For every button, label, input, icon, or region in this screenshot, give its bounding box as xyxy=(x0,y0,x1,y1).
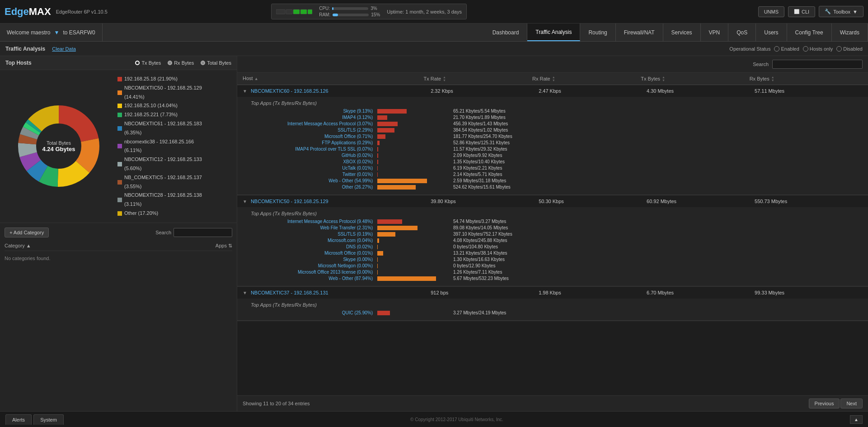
host-row-header[interactable]: ▼ NBCOMEXTIC60 - 192.168.25.126 2.32 Kbp… xyxy=(237,85,868,97)
host-rx-rate: 50.30 Kbps xyxy=(539,199,564,204)
disabled-radio[interactable]: Disabled xyxy=(836,46,863,52)
col-txrate-header[interactable]: Tx Rate ▲▼ xyxy=(424,76,532,82)
tab-vpn[interactable]: VPN xyxy=(701,24,729,41)
app-row: SSL/TLS (0.19%)397.10 Kbytes/752.17 Kbyt… xyxy=(251,232,854,237)
legend-color-9 xyxy=(117,198,122,202)
toolbox-chevron-icon: ▼ xyxy=(853,9,858,14)
tab-dashboard[interactable]: Dashboard xyxy=(484,24,528,41)
col-txbytes-header[interactable]: Tx Bytes ▲▼ xyxy=(641,76,749,82)
expand-icon[interactable]: ▼ xyxy=(243,290,247,295)
footer-chevron-button[interactable]: ▲ xyxy=(850,415,863,424)
host-tx-rate: 39.80 Kbps xyxy=(431,199,456,204)
app-row: Microsoft Office 2013 license (0.00%)1.2… xyxy=(251,270,854,275)
app-row: SSL/TLS (2.29%)384.54 Kbytes/1.02 Mbytes xyxy=(251,128,854,133)
disabled-radio-circle xyxy=(836,46,842,52)
table-row: ▼ NBCOMEXTIC50 - 192.168.25.129 39.80 Kb… xyxy=(237,195,868,287)
tab-config-tree[interactable]: Config Tree xyxy=(787,24,832,41)
host-rx-bytes: 550.73 Mbytes xyxy=(755,199,787,204)
legend-label-3: 192.168.25.10 (14.04%) xyxy=(124,101,178,110)
host-name: NBCOMEXTIC37 - 192.168.25.131 xyxy=(251,290,328,295)
next-button[interactable]: Next xyxy=(840,399,863,408)
app-row: QUIC (25.90%)3.27 Mbytes/24.19 Mbytes xyxy=(251,310,854,315)
col-rxrate-header[interactable]: Rx Rate ▲▼ xyxy=(532,76,641,82)
table-row: ▼ NBCOMEXTIC60 - 192.168.25.126 2.32 Kbp… xyxy=(237,85,868,195)
table-row: ▼ NBCOMEXTIC37 - 192.168.25.131 912 bps … xyxy=(237,287,868,321)
cpu-icon xyxy=(276,9,312,15)
expand-icon[interactable]: ▼ xyxy=(243,199,247,204)
legend-label-4: 192.168.25.221 (7.73%) xyxy=(124,110,178,119)
tab-traffic-analysis[interactable]: Traffic Analysis xyxy=(527,24,580,41)
showing-text: Showing 11 to 20 of 34 entries xyxy=(243,401,310,406)
expand-icon[interactable]: ▼ xyxy=(243,89,247,94)
app-row: Microsoft Netlogon (0.00%)0 bytes/12.90 … xyxy=(251,263,854,268)
hosts-only-label: Hosts only xyxy=(810,46,833,52)
footer-copyright: © Copyright 2012-2017 Ubiquiti Networks,… xyxy=(410,417,503,422)
disabled-label: Disabled xyxy=(843,46,863,52)
app-row: Internet Message Access Protocol (9.48%)… xyxy=(251,219,854,224)
tx-bytes-radio[interactable]: Tx Bytes xyxy=(135,60,161,66)
top-hosts-title: Top Hosts xyxy=(5,60,32,66)
uptime-value: 1 month, 2 weeks, 3 days xyxy=(405,9,462,14)
legend-color-7 xyxy=(117,162,122,166)
no-categories-message: No categories found. xyxy=(5,251,232,266)
legend-label-8: NB_COMEXTIC5 - 192.168.25.137(3.55%) xyxy=(124,173,202,191)
tab-firewall-nat[interactable]: Firewall/NAT xyxy=(616,24,663,41)
toolbox-button[interactable]: 🔧 Toolbox ▼ xyxy=(819,6,863,17)
cpu-value: 3% xyxy=(371,6,377,11)
legend-color-4 xyxy=(117,113,122,117)
app-row: IMAP4 Protocol over TLS SSL (0.07%)11.57… xyxy=(251,147,854,152)
legend-color-8 xyxy=(117,180,122,185)
app-row: Microsoft Office (0.71%)181.77 Kbytes/25… xyxy=(251,134,854,139)
logo: EdgeMAX xyxy=(5,6,51,18)
svg-rect-1 xyxy=(286,9,292,14)
rx-bytes-radio[interactable]: Rx Bytes xyxy=(168,60,194,66)
legend-item: NBCOMEXTIC12 - 192.168.25.133(5.60%) xyxy=(117,155,232,173)
tab-users[interactable]: Users xyxy=(756,24,787,41)
add-category-button[interactable]: + Add Category xyxy=(5,228,49,237)
col-category-header[interactable]: Category ▲ xyxy=(5,243,31,249)
previous-button[interactable]: Previous xyxy=(809,399,840,408)
enabled-radio[interactable]: Enabled xyxy=(774,46,799,52)
app-row: DNS (0.02%)0 bytes/104.80 Kbytes xyxy=(251,244,854,249)
enabled-radio-circle xyxy=(774,46,779,52)
legend-label-6: nbcomextic38 - 192.168.25.166(6.11%) xyxy=(124,138,194,156)
category-search-input[interactable] xyxy=(174,228,232,237)
alerts-tab[interactable]: Alerts xyxy=(5,414,32,425)
host-tx-rate: 912 bps xyxy=(431,290,448,295)
table-header: Host ▲ Tx Rate ▲▼ Rx Rate ▲▼ Tx Bytes ▲▼… xyxy=(237,73,868,85)
legend-color-5 xyxy=(117,126,122,131)
legend-color-1 xyxy=(117,77,122,81)
rxrate-sort-arrows: ▲▼ xyxy=(552,76,555,82)
tab-wizards[interactable]: Wizards xyxy=(832,24,868,41)
rxbytes-sort-arrows: ▲▼ xyxy=(771,76,774,82)
welcome-dropdown[interactable]: ▼ xyxy=(54,29,59,36)
host-row-header[interactable]: ▼ NBCOMEXTIC50 - 192.168.25.129 39.80 Kb… xyxy=(237,195,868,207)
col-rxbytes-header[interactable]: Rx Bytes ▲▼ xyxy=(750,76,858,82)
system-tab[interactable]: System xyxy=(33,414,64,425)
app-row: Microsoft Office (0.01%)13.21 Kbytes/38.… xyxy=(251,251,854,256)
app-row: Internet Message Access Protocol (3.07%)… xyxy=(251,121,854,126)
enabled-label: Enabled xyxy=(781,46,799,52)
legend-label-2: NBCOMEXTIC50 - 192.168.25.129(14.41%) xyxy=(124,84,202,102)
rx-bytes-radio-dot xyxy=(168,61,172,65)
col-apps-header[interactable]: Apps ⇅ xyxy=(216,243,232,249)
host-rx-bytes: 57.11 Mbytes xyxy=(755,88,784,94)
ram-label: RAM: xyxy=(319,12,330,17)
host-rx-bytes: 99.33 Mbytes xyxy=(755,290,784,295)
right-search-input[interactable] xyxy=(772,60,863,69)
app-row: IMAP4 (3.12%)21.70 Kbytes/1.89 Mbytes xyxy=(251,115,854,120)
host-sort-icon: ▲ xyxy=(254,76,258,81)
cli-button[interactable]: ⬜ CLI xyxy=(788,6,815,17)
tab-qos[interactable]: QoS xyxy=(728,24,756,41)
system-info: CPU: 3% RAM: 15% Uptime: 1 month, 2 week… xyxy=(271,4,467,19)
total-bytes-radio[interactable]: Total Bytes xyxy=(201,60,231,66)
col-host-header[interactable]: Host ▲ xyxy=(243,76,424,82)
app-row: Skype (9.13%)65.21 Kbytes/5.54 Mbytes xyxy=(251,109,854,114)
hosts-only-radio[interactable]: Hosts only xyxy=(803,46,833,52)
svg-rect-0 xyxy=(276,9,285,14)
tab-routing[interactable]: Routing xyxy=(580,24,615,41)
host-row-header[interactable]: ▼ NBCOMEXTIC37 - 192.168.25.131 912 bps … xyxy=(237,287,868,299)
tab-services[interactable]: Services xyxy=(663,24,701,41)
unms-button[interactable]: UNMS xyxy=(758,6,784,17)
clear-data-button[interactable]: Clear Data xyxy=(52,46,76,52)
